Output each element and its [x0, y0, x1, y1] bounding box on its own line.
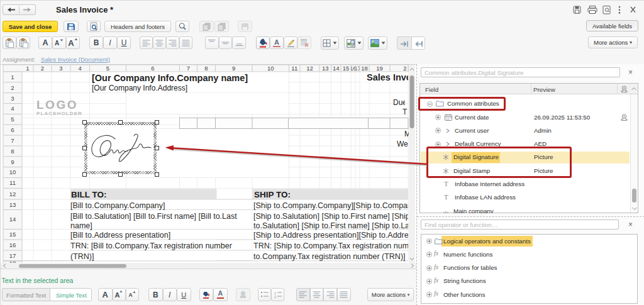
- svg-text:13: 13: [322, 65, 329, 72]
- svg-text:1: 1: [274, 291, 276, 295]
- svg-text:15: 15: [343, 65, 350, 72]
- svg-text:4: 4: [11, 105, 14, 112]
- svg-text:2: 2: [274, 295, 276, 298]
- svg-text:19: 19: [376, 65, 383, 72]
- svg-text:9: 9: [232, 65, 235, 72]
- svg-text:6: 6: [11, 126, 14, 133]
- svg-text:11: 11: [291, 65, 297, 72]
- svg-text:11: 11: [9, 179, 16, 186]
- svg-text:17: 17: [9, 252, 16, 259]
- svg-text:18: 18: [361, 65, 368, 72]
- svg-text:14: 14: [9, 216, 16, 223]
- svg-text:16: 16: [9, 241, 16, 248]
- svg-text:15: 15: [9, 231, 16, 238]
- svg-text:2: 2: [11, 84, 14, 91]
- svg-text:7: 7: [11, 137, 14, 144]
- svg-text:2: 2: [41, 65, 44, 72]
- svg-text:3: 3: [59, 65, 62, 72]
- svg-text:5: 5: [106, 65, 109, 72]
- svg-text:4: 4: [79, 65, 82, 72]
- svg-text:12: 12: [9, 191, 16, 197]
- svg-text:8: 8: [11, 148, 14, 155]
- svg-text:14: 14: [333, 65, 340, 72]
- svg-text:7: 7: [187, 65, 190, 72]
- svg-text:2: 2: [403, 65, 406, 72]
- svg-text:5: 5: [11, 116, 14, 123]
- svg-text:10: 10: [267, 65, 274, 72]
- svg-text:1: 1: [26, 65, 29, 72]
- svg-text:13: 13: [9, 201, 16, 208]
- svg-text:10: 10: [9, 169, 16, 175]
- svg-text:1: 1: [11, 74, 14, 80]
- svg-text:8: 8: [204, 65, 208, 72]
- svg-text:12: 12: [306, 65, 313, 72]
- svg-text:9: 9: [11, 158, 14, 165]
- svg-text:6: 6: [151, 65, 154, 72]
- svg-text:3: 3: [11, 95, 14, 102]
